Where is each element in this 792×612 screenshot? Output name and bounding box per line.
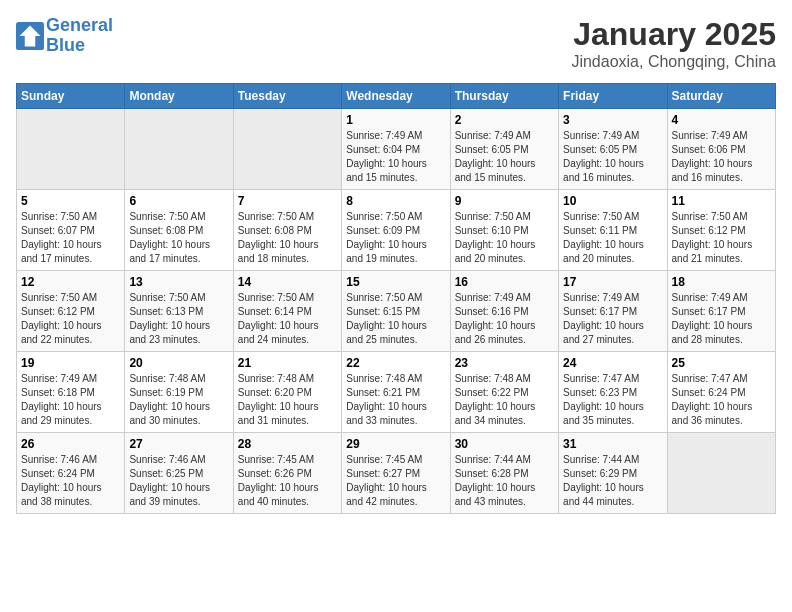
calendar-table: SundayMondayTuesdayWednesdayThursdayFrid… (16, 83, 776, 514)
calendar-cell (233, 109, 341, 190)
calendar-cell: 14Sunrise: 7:50 AM Sunset: 6:14 PM Dayli… (233, 271, 341, 352)
weekday-row: SundayMondayTuesdayWednesdayThursdayFrid… (17, 84, 776, 109)
logo-line2: Blue (46, 35, 85, 55)
calendar-cell: 25Sunrise: 7:47 AM Sunset: 6:24 PM Dayli… (667, 352, 775, 433)
calendar-week-2: 5Sunrise: 7:50 AM Sunset: 6:07 PM Daylig… (17, 190, 776, 271)
calendar-cell: 2Sunrise: 7:49 AM Sunset: 6:05 PM Daylig… (450, 109, 558, 190)
day-info: Sunrise: 7:49 AM Sunset: 6:16 PM Dayligh… (455, 291, 554, 347)
day-info: Sunrise: 7:49 AM Sunset: 6:17 PM Dayligh… (563, 291, 662, 347)
day-info: Sunrise: 7:49 AM Sunset: 6:06 PM Dayligh… (672, 129, 771, 185)
calendar-cell: 8Sunrise: 7:50 AM Sunset: 6:09 PM Daylig… (342, 190, 450, 271)
calendar-body: 1Sunrise: 7:49 AM Sunset: 6:04 PM Daylig… (17, 109, 776, 514)
day-number: 3 (563, 113, 662, 127)
calendar-cell: 22Sunrise: 7:48 AM Sunset: 6:21 PM Dayli… (342, 352, 450, 433)
calendar-cell: 17Sunrise: 7:49 AM Sunset: 6:17 PM Dayli… (559, 271, 667, 352)
day-number: 8 (346, 194, 445, 208)
calendar-cell: 1Sunrise: 7:49 AM Sunset: 6:04 PM Daylig… (342, 109, 450, 190)
calendar-cell: 21Sunrise: 7:48 AM Sunset: 6:20 PM Dayli… (233, 352, 341, 433)
day-number: 30 (455, 437, 554, 451)
day-info: Sunrise: 7:50 AM Sunset: 6:15 PM Dayligh… (346, 291, 445, 347)
day-info: Sunrise: 7:48 AM Sunset: 6:21 PM Dayligh… (346, 372, 445, 428)
calendar-cell: 4Sunrise: 7:49 AM Sunset: 6:06 PM Daylig… (667, 109, 775, 190)
day-number: 23 (455, 356, 554, 370)
calendar-cell: 6Sunrise: 7:50 AM Sunset: 6:08 PM Daylig… (125, 190, 233, 271)
day-info: Sunrise: 7:50 AM Sunset: 6:10 PM Dayligh… (455, 210, 554, 266)
weekday-header-saturday: Saturday (667, 84, 775, 109)
calendar-cell: 31Sunrise: 7:44 AM Sunset: 6:29 PM Dayli… (559, 433, 667, 514)
calendar-subtitle: Jindaoxia, Chongqing, China (571, 53, 776, 71)
weekday-header-wednesday: Wednesday (342, 84, 450, 109)
weekday-header-thursday: Thursday (450, 84, 558, 109)
day-number: 4 (672, 113, 771, 127)
day-number: 9 (455, 194, 554, 208)
calendar-cell: 15Sunrise: 7:50 AM Sunset: 6:15 PM Dayli… (342, 271, 450, 352)
day-info: Sunrise: 7:45 AM Sunset: 6:26 PM Dayligh… (238, 453, 337, 509)
day-info: Sunrise: 7:49 AM Sunset: 6:04 PM Dayligh… (346, 129, 445, 185)
day-info: Sunrise: 7:50 AM Sunset: 6:12 PM Dayligh… (672, 210, 771, 266)
calendar-cell: 23Sunrise: 7:48 AM Sunset: 6:22 PM Dayli… (450, 352, 558, 433)
day-number: 12 (21, 275, 120, 289)
calendar-cell: 10Sunrise: 7:50 AM Sunset: 6:11 PM Dayli… (559, 190, 667, 271)
weekday-header-tuesday: Tuesday (233, 84, 341, 109)
calendar-cell: 19Sunrise: 7:49 AM Sunset: 6:18 PM Dayli… (17, 352, 125, 433)
calendar-cell: 30Sunrise: 7:44 AM Sunset: 6:28 PM Dayli… (450, 433, 558, 514)
day-number: 10 (563, 194, 662, 208)
day-number: 22 (346, 356, 445, 370)
day-info: Sunrise: 7:50 AM Sunset: 6:07 PM Dayligh… (21, 210, 120, 266)
calendar-cell: 26Sunrise: 7:46 AM Sunset: 6:24 PM Dayli… (17, 433, 125, 514)
calendar-week-3: 12Sunrise: 7:50 AM Sunset: 6:12 PM Dayli… (17, 271, 776, 352)
day-info: Sunrise: 7:49 AM Sunset: 6:18 PM Dayligh… (21, 372, 120, 428)
day-info: Sunrise: 7:50 AM Sunset: 6:13 PM Dayligh… (129, 291, 228, 347)
day-info: Sunrise: 7:49 AM Sunset: 6:05 PM Dayligh… (455, 129, 554, 185)
day-number: 11 (672, 194, 771, 208)
day-number: 29 (346, 437, 445, 451)
day-info: Sunrise: 7:50 AM Sunset: 6:09 PM Dayligh… (346, 210, 445, 266)
day-info: Sunrise: 7:49 AM Sunset: 6:17 PM Dayligh… (672, 291, 771, 347)
calendar-cell: 28Sunrise: 7:45 AM Sunset: 6:26 PM Dayli… (233, 433, 341, 514)
calendar-cell: 29Sunrise: 7:45 AM Sunset: 6:27 PM Dayli… (342, 433, 450, 514)
day-info: Sunrise: 7:48 AM Sunset: 6:22 PM Dayligh… (455, 372, 554, 428)
calendar-week-1: 1Sunrise: 7:49 AM Sunset: 6:04 PM Daylig… (17, 109, 776, 190)
day-number: 28 (238, 437, 337, 451)
day-number: 27 (129, 437, 228, 451)
day-info: Sunrise: 7:50 AM Sunset: 6:08 PM Dayligh… (129, 210, 228, 266)
calendar-week-5: 26Sunrise: 7:46 AM Sunset: 6:24 PM Dayli… (17, 433, 776, 514)
calendar-cell: 24Sunrise: 7:47 AM Sunset: 6:23 PM Dayli… (559, 352, 667, 433)
day-number: 7 (238, 194, 337, 208)
day-number: 15 (346, 275, 445, 289)
calendar-cell: 5Sunrise: 7:50 AM Sunset: 6:07 PM Daylig… (17, 190, 125, 271)
calendar-cell: 16Sunrise: 7:49 AM Sunset: 6:16 PM Dayli… (450, 271, 558, 352)
calendar-cell: 27Sunrise: 7:46 AM Sunset: 6:25 PM Dayli… (125, 433, 233, 514)
logo-icon (16, 22, 44, 50)
calendar-header: SundayMondayTuesdayWednesdayThursdayFrid… (17, 84, 776, 109)
day-number: 18 (672, 275, 771, 289)
day-number: 25 (672, 356, 771, 370)
day-info: Sunrise: 7:44 AM Sunset: 6:28 PM Dayligh… (455, 453, 554, 509)
weekday-header-monday: Monday (125, 84, 233, 109)
page-header: General Blue January 2025 Jindaoxia, Cho… (16, 16, 776, 71)
day-number: 31 (563, 437, 662, 451)
calendar-week-4: 19Sunrise: 7:49 AM Sunset: 6:18 PM Dayli… (17, 352, 776, 433)
calendar-cell: 20Sunrise: 7:48 AM Sunset: 6:19 PM Dayli… (125, 352, 233, 433)
day-info: Sunrise: 7:48 AM Sunset: 6:19 PM Dayligh… (129, 372, 228, 428)
calendar-cell: 18Sunrise: 7:49 AM Sunset: 6:17 PM Dayli… (667, 271, 775, 352)
day-info: Sunrise: 7:47 AM Sunset: 6:23 PM Dayligh… (563, 372, 662, 428)
calendar-cell: 13Sunrise: 7:50 AM Sunset: 6:13 PM Dayli… (125, 271, 233, 352)
day-number: 24 (563, 356, 662, 370)
calendar-cell: 3Sunrise: 7:49 AM Sunset: 6:05 PM Daylig… (559, 109, 667, 190)
weekday-header-friday: Friday (559, 84, 667, 109)
day-number: 5 (21, 194, 120, 208)
day-info: Sunrise: 7:45 AM Sunset: 6:27 PM Dayligh… (346, 453, 445, 509)
day-number: 6 (129, 194, 228, 208)
day-number: 20 (129, 356, 228, 370)
calendar-cell (17, 109, 125, 190)
day-number: 21 (238, 356, 337, 370)
day-number: 2 (455, 113, 554, 127)
day-info: Sunrise: 7:50 AM Sunset: 6:11 PM Dayligh… (563, 210, 662, 266)
day-number: 19 (21, 356, 120, 370)
day-number: 16 (455, 275, 554, 289)
day-info: Sunrise: 7:48 AM Sunset: 6:20 PM Dayligh… (238, 372, 337, 428)
day-number: 14 (238, 275, 337, 289)
calendar-cell: 7Sunrise: 7:50 AM Sunset: 6:08 PM Daylig… (233, 190, 341, 271)
day-info: Sunrise: 7:49 AM Sunset: 6:05 PM Dayligh… (563, 129, 662, 185)
